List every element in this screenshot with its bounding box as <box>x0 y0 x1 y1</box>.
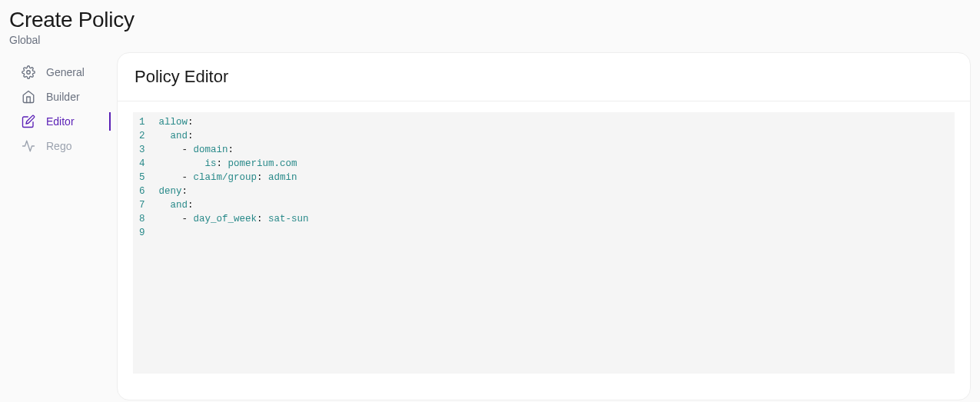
sidebar-item-general[interactable]: General <box>12 60 105 85</box>
content-area: General Builder Editor Rego Policy Edito… <box>0 52 980 400</box>
main-panel: Policy Editor 123456789 allow: and: - do… <box>117 52 971 400</box>
line-number: 2 <box>139 129 145 143</box>
line-number: 8 <box>139 212 145 226</box>
sidebar-item-label: General <box>46 66 85 78</box>
panel-header: Policy Editor <box>118 53 970 101</box>
sidebar-item-label: Rego <box>46 140 71 152</box>
code-line[interactable]: and: <box>159 198 948 212</box>
code-line[interactable]: - claim/group: admin <box>159 171 948 184</box>
line-number: 4 <box>139 157 145 171</box>
sidebar-item-builder[interactable]: Builder <box>12 85 105 109</box>
sidebar-item-label: Builder <box>46 91 80 103</box>
code-content[interactable]: allow: and: - domain: is: pomerium.com -… <box>153 112 955 374</box>
sidebar-item-rego: Rego <box>12 134 105 158</box>
editor-container: 123456789 allow: and: - domain: is: pome… <box>118 101 970 400</box>
edit-icon <box>22 115 35 128</box>
sidebar-item-editor[interactable]: Editor <box>12 109 105 134</box>
code-line[interactable] <box>159 226 948 240</box>
svg-point-0 <box>27 71 31 75</box>
sidebar-nav: General Builder Editor Rego <box>12 52 105 400</box>
panel-title: Policy Editor <box>135 67 953 87</box>
line-number: 7 <box>139 198 145 212</box>
code-line[interactable]: - day_of_week: sat-sun <box>159 212 948 226</box>
activity-icon <box>22 139 35 153</box>
page-title: Create Policy <box>9 8 971 32</box>
line-number: 3 <box>139 143 145 157</box>
home-icon <box>22 90 35 104</box>
line-number: 5 <box>139 171 145 184</box>
code-line[interactable]: and: <box>159 129 948 143</box>
code-line[interactable]: is: pomerium.com <box>159 157 948 171</box>
breadcrumb: Global <box>9 34 971 46</box>
code-line[interactable]: allow: <box>159 115 948 129</box>
gear-icon <box>22 65 35 79</box>
line-number: 6 <box>139 184 145 198</box>
code-editor[interactable]: 123456789 allow: and: - domain: is: pome… <box>133 112 955 374</box>
line-number: 9 <box>139 226 145 240</box>
code-line[interactable]: deny: <box>159 184 948 198</box>
code-line[interactable]: - domain: <box>159 143 948 157</box>
line-number: 1 <box>139 115 145 129</box>
sidebar-item-label: Editor <box>46 115 75 128</box>
page-header: Create Policy Global <box>0 0 980 52</box>
line-gutter: 123456789 <box>133 112 153 374</box>
